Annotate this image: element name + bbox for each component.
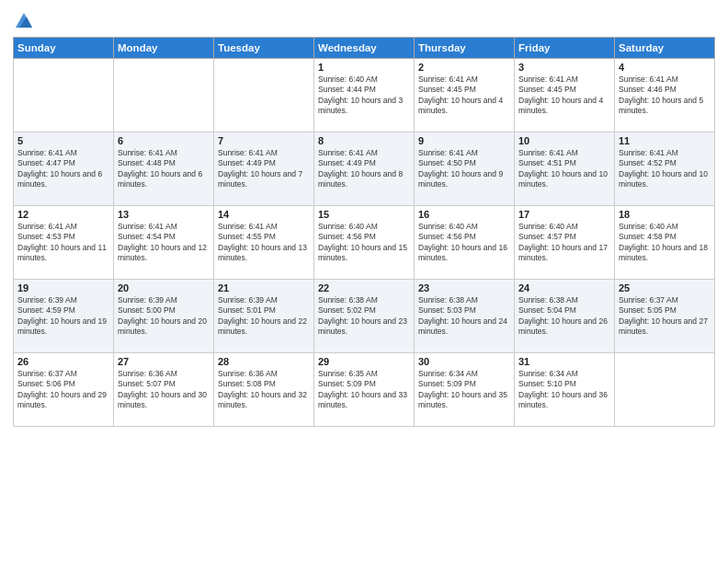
calendar-header-sunday: Sunday — [14, 38, 114, 59]
day-number: 12 — [17, 209, 109, 220]
day-number: 14 — [218, 209, 310, 220]
cell-info: Sunrise: 6:36 AM Sunset: 5:08 PM Dayligh… — [218, 369, 310, 411]
day-number: 7 — [218, 135, 310, 146]
cell-info: Sunrise: 6:41 AM Sunset: 4:49 PM Dayligh… — [218, 148, 310, 190]
calendar-cell: 29Sunrise: 6:35 AM Sunset: 5:09 PM Dayli… — [314, 353, 415, 427]
cell-info: Sunrise: 6:39 AM Sunset: 4:59 PM Dayligh… — [17, 295, 109, 338]
day-number: 3 — [518, 62, 610, 73]
calendar-cell: 17Sunrise: 6:40 AM Sunset: 4:57 PM Dayli… — [515, 206, 615, 280]
calendar-cell: 21Sunrise: 6:39 AM Sunset: 5:01 PM Dayli… — [214, 280, 314, 353]
calendar-header-tuesday: Tuesday — [214, 38, 314, 59]
day-number: 30 — [418, 356, 510, 367]
day-number: 15 — [318, 209, 410, 220]
cell-info: Sunrise: 6:37 AM Sunset: 5:05 PM Dayligh… — [619, 295, 711, 338]
cell-info: Sunrise: 6:38 AM Sunset: 5:02 PM Dayligh… — [318, 295, 410, 338]
calendar-cell: 27Sunrise: 6:36 AM Sunset: 5:07 PM Dayli… — [114, 353, 214, 427]
day-number: 24 — [518, 282, 610, 293]
day-number: 22 — [318, 282, 410, 293]
day-number: 1 — [318, 62, 410, 73]
calendar-cell: 7Sunrise: 6:41 AM Sunset: 4:49 PM Daylig… — [214, 132, 314, 206]
day-number: 21 — [218, 282, 310, 293]
calendar-header-monday: Monday — [114, 38, 214, 59]
day-number: 6 — [118, 135, 210, 146]
cell-info: Sunrise: 6:41 AM Sunset: 4:54 PM Dayligh… — [118, 222, 210, 264]
cell-info: Sunrise: 6:41 AM Sunset: 4:55 PM Dayligh… — [218, 222, 310, 264]
calendar-cell: 8Sunrise: 6:41 AM Sunset: 4:49 PM Daylig… — [314, 132, 415, 206]
cell-info: Sunrise: 6:41 AM Sunset: 4:50 PM Dayligh… — [418, 148, 510, 190]
calendar-cell: 1Sunrise: 6:40 AM Sunset: 4:44 PM Daylig… — [314, 59, 415, 132]
calendar-cell: 14Sunrise: 6:41 AM Sunset: 4:55 PM Dayli… — [214, 206, 314, 280]
calendar-week-row: 26Sunrise: 6:37 AM Sunset: 5:06 PM Dayli… — [14, 353, 715, 427]
day-number: 23 — [418, 282, 510, 293]
day-number: 5 — [17, 135, 109, 146]
calendar-cell: 22Sunrise: 6:38 AM Sunset: 5:02 PM Dayli… — [314, 280, 415, 353]
calendar-cell: 30Sunrise: 6:34 AM Sunset: 5:09 PM Dayli… — [415, 353, 515, 427]
calendar-cell: 31Sunrise: 6:34 AM Sunset: 5:10 PM Dayli… — [515, 353, 615, 427]
cell-info: Sunrise: 6:41 AM Sunset: 4:51 PM Dayligh… — [518, 148, 610, 190]
day-number: 19 — [17, 282, 109, 293]
calendar-week-row: 1Sunrise: 6:40 AM Sunset: 4:44 PM Daylig… — [14, 59, 715, 132]
cell-info: Sunrise: 6:40 AM Sunset: 4:58 PM Dayligh… — [619, 222, 711, 264]
calendar-cell: 9Sunrise: 6:41 AM Sunset: 4:50 PM Daylig… — [415, 132, 515, 206]
day-number: 20 — [118, 282, 210, 293]
cell-info: Sunrise: 6:41 AM Sunset: 4:45 PM Dayligh… — [518, 75, 610, 117]
day-number: 10 — [518, 135, 610, 146]
day-number: 31 — [518, 356, 610, 367]
day-number: 25 — [619, 282, 711, 293]
cell-info: Sunrise: 6:41 AM Sunset: 4:49 PM Dayligh… — [318, 148, 410, 190]
day-number: 11 — [619, 135, 711, 146]
calendar-cell: 12Sunrise: 6:41 AM Sunset: 4:53 PM Dayli… — [14, 206, 114, 280]
cell-info: Sunrise: 6:34 AM Sunset: 5:09 PM Dayligh… — [418, 369, 510, 411]
cell-info: Sunrise: 6:40 AM Sunset: 4:56 PM Dayligh… — [318, 222, 410, 264]
day-number: 17 — [518, 209, 610, 220]
calendar-cell: 24Sunrise: 6:38 AM Sunset: 5:04 PM Dayli… — [515, 280, 615, 353]
calendar-cell: 23Sunrise: 6:38 AM Sunset: 5:03 PM Dayli… — [415, 280, 515, 353]
cell-info: Sunrise: 6:35 AM Sunset: 5:09 PM Dayligh… — [318, 369, 410, 411]
calendar-cell: 2Sunrise: 6:41 AM Sunset: 4:45 PM Daylig… — [415, 59, 515, 132]
calendar-week-row: 5Sunrise: 6:41 AM Sunset: 4:47 PM Daylig… — [14, 132, 715, 206]
calendar-header-wednesday: Wednesday — [314, 38, 415, 59]
calendar-cell: 19Sunrise: 6:39 AM Sunset: 4:59 PM Dayli… — [14, 280, 114, 353]
calendar-cell: 28Sunrise: 6:36 AM Sunset: 5:08 PM Dayli… — [214, 353, 314, 427]
day-number: 2 — [418, 62, 510, 73]
calendar-cell: 16Sunrise: 6:40 AM Sunset: 4:56 PM Dayli… — [415, 206, 515, 280]
cell-info: Sunrise: 6:41 AM Sunset: 4:52 PM Dayligh… — [619, 148, 711, 190]
calendar-header-friday: Friday — [515, 38, 615, 59]
cell-info: Sunrise: 6:36 AM Sunset: 5:07 PM Dayligh… — [118, 369, 210, 411]
calendar-header-thursday: Thursday — [415, 38, 515, 59]
calendar-week-row: 19Sunrise: 6:39 AM Sunset: 4:59 PM Dayli… — [14, 280, 715, 353]
day-number: 29 — [318, 356, 410, 367]
cell-info: Sunrise: 6:38 AM Sunset: 5:04 PM Dayligh… — [518, 295, 610, 338]
calendar-cell: 10Sunrise: 6:41 AM Sunset: 4:51 PM Dayli… — [515, 132, 615, 206]
cell-info: Sunrise: 6:41 AM Sunset: 4:48 PM Dayligh… — [118, 148, 210, 190]
cell-info: Sunrise: 6:41 AM Sunset: 4:46 PM Dayligh… — [619, 75, 711, 117]
calendar-cell: 25Sunrise: 6:37 AM Sunset: 5:05 PM Dayli… — [615, 280, 715, 353]
day-number: 8 — [318, 135, 410, 146]
calendar-cell: 26Sunrise: 6:37 AM Sunset: 5:06 PM Dayli… — [14, 353, 114, 427]
cell-info: Sunrise: 6:38 AM Sunset: 5:03 PM Dayligh… — [418, 295, 510, 338]
cell-info: Sunrise: 6:34 AM Sunset: 5:10 PM Dayligh… — [518, 369, 610, 411]
calendar-cell: 6Sunrise: 6:41 AM Sunset: 4:48 PM Daylig… — [114, 132, 214, 206]
calendar-week-row: 12Sunrise: 6:41 AM Sunset: 4:53 PM Dayli… — [14, 206, 715, 280]
cell-info: Sunrise: 6:39 AM Sunset: 5:00 PM Dayligh… — [118, 295, 210, 338]
calendar-cell: 11Sunrise: 6:41 AM Sunset: 4:52 PM Dayli… — [615, 132, 715, 206]
cell-info: Sunrise: 6:40 AM Sunset: 4:44 PM Dayligh… — [318, 75, 410, 117]
calendar-cell: 20Sunrise: 6:39 AM Sunset: 5:00 PM Dayli… — [114, 280, 214, 353]
calendar-cell — [615, 353, 715, 427]
logo-icon — [14, 11, 34, 29]
page: SundayMondayTuesdayWednesdayThursdayFrid… — [0, 0, 728, 563]
day-number: 26 — [17, 356, 109, 367]
calendar-header-saturday: Saturday — [615, 38, 715, 59]
calendar-cell: 13Sunrise: 6:41 AM Sunset: 4:54 PM Dayli… — [114, 206, 214, 280]
cell-info: Sunrise: 6:41 AM Sunset: 4:45 PM Dayligh… — [418, 75, 510, 117]
calendar-cell: 3Sunrise: 6:41 AM Sunset: 4:45 PM Daylig… — [515, 59, 615, 132]
header — [13, 9, 715, 29]
calendar-cell: 15Sunrise: 6:40 AM Sunset: 4:56 PM Dayli… — [314, 206, 415, 280]
calendar-cell: 4Sunrise: 6:41 AM Sunset: 4:46 PM Daylig… — [615, 59, 715, 132]
cell-info: Sunrise: 6:41 AM Sunset: 4:47 PM Dayligh… — [17, 148, 109, 190]
day-number: 13 — [118, 209, 210, 220]
calendar-cell — [214, 59, 314, 132]
calendar-cell — [114, 59, 214, 132]
calendar-cell: 5Sunrise: 6:41 AM Sunset: 4:47 PM Daylig… — [14, 132, 114, 206]
cell-info: Sunrise: 6:40 AM Sunset: 4:56 PM Dayligh… — [418, 222, 510, 264]
